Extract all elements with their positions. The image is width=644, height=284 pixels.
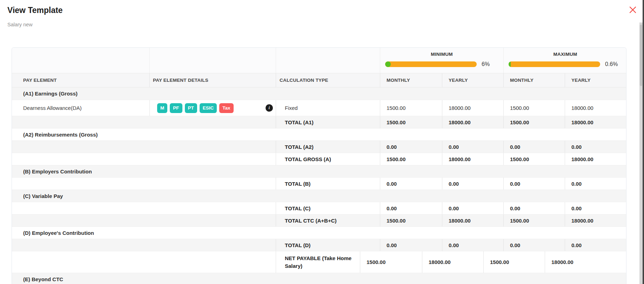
total-value-cell: 1500.00 [503,214,565,226]
total-label: TOTAL (A1) [276,116,380,128]
total-value-cell: 0.00 [442,178,503,190]
page-title: View Template [7,6,63,15]
total-value-cell: 0.00 [565,178,626,190]
section-row: (A2) Reimbursements (Gross) [12,128,626,140]
total-value-cell: 1500.00 [380,153,442,165]
pay-element-details-cell: MPFPTESICTaxi [149,100,276,116]
minimum-progress-bar [385,61,477,67]
total-row: TOTAL GROSS (A)1500.0018000.001500.00180… [12,153,626,165]
total-value-cell: 0.00 [380,239,442,251]
info-icon[interactable]: i [266,104,273,112]
window-edge [643,0,644,284]
total-value-cell: 1500.00 [503,116,565,128]
section-row: (A1) Earnings (Gross) [12,87,626,100]
badge-esic: ESIC [200,103,217,113]
section-title: (D) Employee's Contribution [12,227,626,239]
total-value-cell: 0.00 [503,239,565,251]
section-title: (C) Variable Pay [12,190,626,202]
total-value-cell: 0.00 [503,141,565,153]
total-value-cell: 18000.00 [442,153,503,165]
empty-cell [12,202,276,214]
total-value-cell: 0.00 [503,178,565,190]
column-header-yearly-max: YEARLY [565,73,626,87]
total-row: TOTAL (A2)0.000.000.000.00 [12,140,626,153]
maximum-label: MAXIMUM [509,52,622,57]
salary-template-table: MINIMUM 6% MAXIMUM 0.6% PAY ELEMENT PAY … [12,47,626,284]
column-header-pay-element-details: PAY ELEMENT DETAILS [149,73,276,87]
maximum-progress-fill [509,61,511,67]
empty-cell [276,48,380,73]
column-header-monthly-min: MONTHLY [380,73,442,87]
total-value-cell: 0.00 [565,202,626,214]
empty-cell [12,141,276,153]
badge-tax: Tax [219,103,233,113]
section-title: (A2) Reimbursements (Gross) [12,128,626,140]
empty-cell [12,214,276,226]
minimum-label: MINIMUM [385,52,498,57]
total-value-cell: 0.00 [380,178,442,190]
badge-pt: PT [185,103,197,113]
total-label: TOTAL GROSS (A) [276,153,380,165]
empty-cell [12,48,149,73]
value-cell: 1500.00 [503,100,565,116]
column-header-monthly-max: MONTHLY [503,73,565,87]
empty-cell [12,251,276,273]
maximum-percent: 0.6% [605,61,622,67]
total-value-cell: 18000.00 [442,214,503,226]
total-value-cell: 0.00 [442,239,503,251]
total-label: TOTAL (D) [276,239,380,251]
section-row: (E) Beyond CTC [12,273,626,284]
total-value-cell: 0.00 [380,202,442,214]
total-row: TOTAL CTC (A+B+C)1500.0018000.001500.001… [12,214,626,226]
table-header-row: PAY ELEMENT PAY ELEMENT DETAILS CALCULAT… [12,73,626,87]
scrollbar-thumb[interactable] [640,25,642,86]
template-name: Salary new [7,22,33,27]
badge-pf: PF [170,103,182,113]
close-icon [628,10,637,15]
column-header-yearly-min: YEARLY [442,73,503,87]
total-row: TOTAL (B)0.000.000.000.00 [12,177,626,190]
empty-cell [12,178,276,190]
empty-cell [12,239,276,251]
total-label: TOTAL CTC (A+B+C) [276,214,380,226]
badge-m: M [157,103,167,113]
column-header-pay-element: PAY ELEMENT [12,73,149,87]
section-row: (D) Employee's Contribution [12,226,626,239]
total-value-cell: 0.00 [503,202,565,214]
total-label: TOTAL (A2) [276,141,380,153]
total-value-cell: 0.00 [565,141,626,153]
close-button[interactable] [628,5,638,15]
column-header-calculation-type: CALCULATION TYPE [276,73,380,87]
total-value-cell: 18000.00 [422,251,483,273]
total-value-cell: 18000.00 [565,116,626,128]
pay-element-name: Dearness Allowance(DA) [12,100,149,116]
minimum-summary: MINIMUM 6% [380,48,503,73]
maximum-progress-bar [509,61,600,67]
total-value-cell: 0.00 [442,141,503,153]
total-row: TOTAL (A1)1500.0018000.001500.0018000.00 [12,116,626,128]
total-value-cell: 1500.00 [483,251,545,273]
total-value-cell: 1500.00 [503,153,565,165]
section-row: (C) Variable Pay [12,190,626,202]
total-value-cell: 0.00 [380,141,442,153]
section-title: (E) Beyond CTC [12,273,626,284]
value-cell: 18000.00 [565,100,626,116]
total-value-cell: 18000.00 [442,116,503,128]
total-label: TOTAL (C) [276,202,380,214]
calculation-type: Fixed [276,100,380,116]
empty-cell [12,153,276,165]
total-label: TOTAL (B) [276,178,380,190]
total-value-cell: 0.00 [565,239,626,251]
section-row: (B) Employers Contribution [12,165,626,177]
minimum-percent: 6% [482,61,498,67]
total-row: NET PAYABLE (Take Home Salary)1500.00180… [12,251,626,273]
empty-cell [12,116,276,128]
minimum-progress-fill [385,61,391,67]
total-row: TOTAL (D)0.000.000.000.00 [12,239,626,251]
empty-cell [149,48,276,73]
badge-list: MPFPTESICTax [157,103,234,113]
maximum-summary: MAXIMUM 0.6% [503,48,626,73]
total-value-cell: 1500.00 [380,214,442,226]
total-label: NET PAYABLE (Take Home Salary) [276,251,360,273]
total-value-cell: 18000.00 [565,214,626,226]
